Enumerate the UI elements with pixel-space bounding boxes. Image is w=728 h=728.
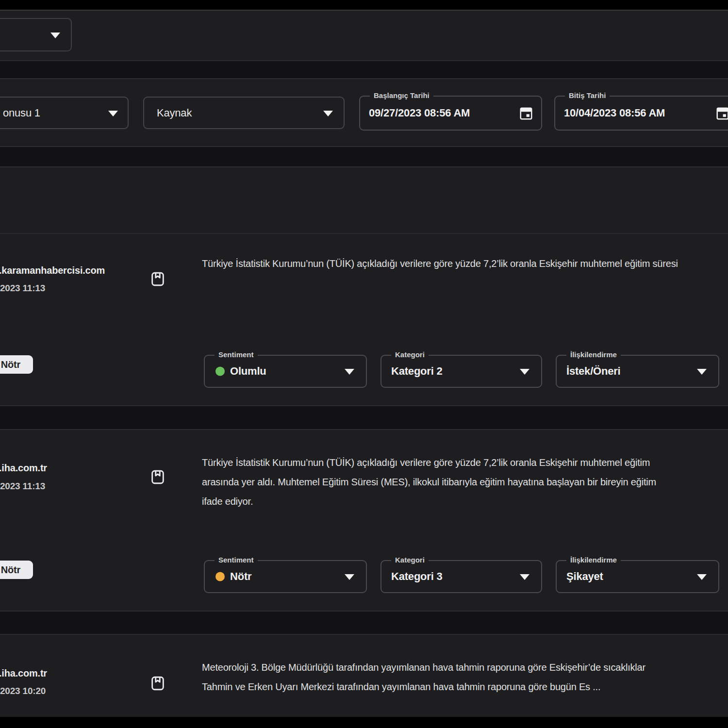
text-line: arasında yer aldı. Muhtemel Eğitim Süres… <box>202 472 728 492</box>
calendar-icon[interactable] <box>519 106 533 123</box>
toolbar-select[interactable] <box>0 18 72 51</box>
row2-status-badge: Nötr <box>0 561 33 579</box>
chevron-down-icon <box>323 111 333 116</box>
chevron-down-icon <box>520 574 529 580</box>
row1-source[interactable]: .karamanhabercisi.com <box>0 265 105 276</box>
topic-select[interactable]: onusu 1 <box>0 97 129 129</box>
text-line: Tahmin ve Erken Uyarı Merkezi tarafından… <box>202 677 728 696</box>
row2-source[interactable]: .iha.com.tr <box>0 463 47 474</box>
text-line: Türkiye İstatistik Kurumu’nun (TÜİK) açı… <box>202 453 728 472</box>
row1-text: Türkiye İstatistik Kurumu’nun (TÜİK) açı… <box>202 254 728 273</box>
bookmark-icon[interactable] <box>149 674 166 695</box>
row1-category-select[interactable]: Kategori Kategori 2 <box>381 355 542 388</box>
end-date-label: Bitiş Tarihi <box>565 91 610 99</box>
bookmark-icon[interactable] <box>149 269 166 291</box>
topic-select-value: onusu 1 <box>3 107 40 119</box>
row2-relation-select[interactable]: İlişkilendirme Şikayet <box>556 560 719 593</box>
chevron-down-icon <box>345 574 354 580</box>
row2-text: Türkiye İstatistik Kurumu’nun (TÜİK) açı… <box>202 453 728 511</box>
row3-date: 2023 10:20 <box>0 686 46 696</box>
row3-text: Meteoroloji 3. Bölge Müdürlüğü tarafında… <box>202 658 728 696</box>
row1-relation-value: İstek/Öneri <box>566 365 621 378</box>
bottom-black-bar <box>0 717 728 728</box>
source-select-value: Kaynak <box>157 107 192 119</box>
row1-category-value: Kategori 2 <box>391 365 443 378</box>
row2-sentiment-value: Nötr <box>230 570 251 583</box>
divider-band <box>0 611 728 635</box>
sentiment-label: Sentiment <box>215 350 258 359</box>
text-line: Meteoroloji 3. Bölge Müdürlüğü tarafında… <box>202 658 728 677</box>
end-date-field[interactable]: Bitiş Tarihi 10/04/2023 08:56 AM <box>554 96 728 131</box>
chevron-down-icon <box>520 369 529 375</box>
row2-category-value: Kategori 3 <box>391 570 443 583</box>
category-label: Kategori <box>391 556 429 564</box>
row3-source[interactable]: .iha.com.tr <box>0 668 47 679</box>
chevron-down-icon <box>50 33 60 38</box>
divider-band <box>0 146 728 167</box>
row-divider-line <box>0 233 728 234</box>
relation-label: İlişkilendirme <box>566 556 621 564</box>
category-label: Kategori <box>391 350 429 359</box>
start-date-value: 09/27/2023 08:56 AM <box>369 107 470 119</box>
row1-status-badge: Nötr <box>0 355 33 374</box>
divider-band <box>0 60 728 79</box>
sentiment-dot <box>215 572 225 581</box>
calendar-icon[interactable] <box>715 106 728 123</box>
chevron-down-icon <box>108 111 118 116</box>
row1-sentiment-select[interactable]: Sentiment Olumlu <box>204 355 367 388</box>
row2-date: 2023 11:13 <box>0 481 45 492</box>
text-line: ifade ediyor. <box>202 492 728 511</box>
chevron-down-icon <box>345 369 354 375</box>
divider-band <box>0 405 728 430</box>
toolbar-panel <box>0 10 728 60</box>
start-date-label: Başlangıç Tarihi <box>370 91 433 99</box>
chevron-down-icon <box>697 574 707 580</box>
row2-sentiment-select[interactable]: Sentiment Nötr <box>204 560 367 593</box>
text-line: Türkiye İstatistik Kurumu’nun (TÜİK) açı… <box>202 254 728 273</box>
row1-sentiment-value: Olumlu <box>230 365 266 378</box>
relation-label: İlişkilendirme <box>566 350 621 359</box>
sentiment-label: Sentiment <box>215 556 258 564</box>
media-monitoring-page: onusu 1 Kaynak Başlangıç Tarihi 09/27/20… <box>0 0 728 728</box>
end-date-value: 10/04/2023 08:56 AM <box>564 107 665 119</box>
top-black-bar <box>0 0 728 10</box>
row2-relation-value: Şikayet <box>566 570 603 583</box>
row1-relation-select[interactable]: İlişkilendirme İstek/Öneri <box>556 355 719 388</box>
chevron-down-icon <box>697 369 707 375</box>
row2-category-select[interactable]: Kategori Kategori 3 <box>381 560 542 593</box>
bookmark-icon[interactable] <box>149 467 166 489</box>
row1-date: 2023 11:13 <box>0 283 45 294</box>
source-select[interactable]: Kaynak <box>143 97 345 129</box>
sentiment-dot <box>215 367 225 376</box>
start-date-field[interactable]: Başlangıç Tarihi 09/27/2023 08:56 AM <box>359 96 542 131</box>
